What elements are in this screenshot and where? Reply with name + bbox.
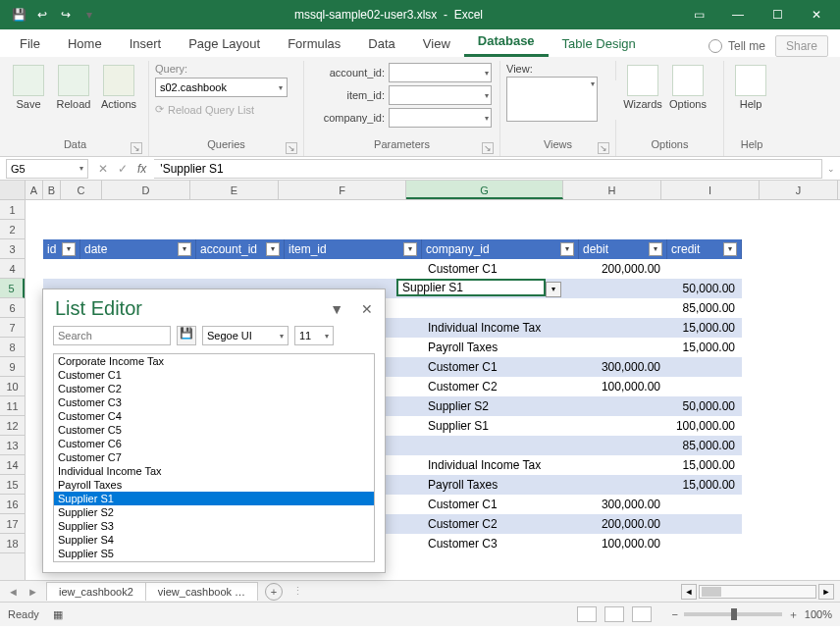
row-header-8[interactable]: 8 [0,338,25,357]
col-header-A[interactable]: A [26,181,43,199]
list-item[interactable]: Supplier S2 [54,505,374,519]
cell[interactable]: 15,000.00 [667,338,742,357]
tab-database[interactable]: Database [464,27,549,57]
reload-button[interactable]: Reload [53,63,94,110]
cell[interactable]: Payroll Taxes [422,475,579,495]
cell[interactable]: 300,000.00 [579,357,667,377]
tab-tabledesign[interactable]: Table Design [549,30,650,57]
table-col-date[interactable]: date▾ [80,239,196,259]
cell[interactable]: 15,000.00 [667,475,742,495]
table-col-credit[interactable]: credit▾ [667,239,742,259]
zoom-in-icon[interactable]: ＋ [788,607,799,622]
list-item[interactable]: Customer C5 [54,423,374,437]
cell[interactable]: Payroll Taxes [422,338,579,357]
cell[interactable] [579,396,667,416]
cell[interactable]: 15,000.00 [667,318,742,338]
tell-me[interactable]: Tell me [709,39,765,53]
cell[interactable] [579,338,667,357]
tab-file[interactable]: File [6,30,54,57]
list-item[interactable]: Supplier S1 [54,492,374,505]
col-header-H[interactable]: H [563,181,661,199]
list-size-combo[interactable]: 11▾ [294,326,334,345]
help-button[interactable]: Help [730,63,771,110]
col-header-B[interactable]: B [43,181,61,199]
filter-icon[interactable]: ▾ [403,242,417,256]
zoom-control[interactable]: − ＋ 100% [671,607,832,622]
cell[interactable] [80,259,196,279]
sheet-tab-1[interactable]: iew_cashbook2 [46,582,146,601]
row-header-2[interactable]: 2 [0,220,25,239]
row-header-11[interactable]: 11 [0,396,25,416]
qat-customize-icon[interactable]: ▾ [80,6,98,24]
cell[interactable]: Individual Income Tax [422,318,579,338]
row-header-13[interactable]: 13 [0,436,25,455]
table-row[interactable]: Customer C1200,000.00 [43,259,742,279]
sheet-nav[interactable]: ◄ ► [0,586,46,598]
wizards-button[interactable]: Wizards [622,63,663,110]
list-item[interactable]: Individual Income Tax [54,464,374,478]
table-col-company_id[interactable]: company_id▾ [422,239,579,259]
cell-dropdown-icon[interactable]: ▾ [546,282,561,297]
col-header-J[interactable]: J [760,181,838,199]
row-header-14[interactable]: 14 [0,455,25,475]
cell[interactable]: Supplier S1 [422,416,579,436]
cell[interactable]: 100,000.00 [667,416,742,436]
cell[interactable] [667,259,742,279]
cell[interactable]: 200,000.00 [579,514,667,534]
macro-record-icon[interactable]: ▦ [53,608,63,621]
param-companyid-combo[interactable]: ▾ [389,108,492,128]
list-editor-menu-icon[interactable]: ▼ [330,301,343,317]
row-header-12[interactable]: 12 [0,416,25,436]
row-header-1[interactable]: 1 [0,200,25,220]
tab-pagelayout[interactable]: Page Layout [175,30,274,57]
cell[interactable] [43,259,80,279]
view-normal-icon[interactable] [577,606,597,622]
list-font-combo[interactable]: Segoe UI▾ [202,326,289,345]
col-header-E[interactable]: E [190,181,279,199]
tab-home[interactable]: Home [54,30,116,57]
cell[interactable] [667,495,742,514]
row-header-16[interactable]: 16 [0,495,25,514]
list-item[interactable]: Customer C3 [54,395,374,409]
filter-icon[interactable]: ▾ [723,242,737,256]
tab-insert[interactable]: Insert [116,30,176,57]
cell[interactable]: Customer C1 [422,259,579,279]
row-header-7[interactable]: 7 [0,318,25,338]
list-item[interactable]: Customer C4 [54,409,374,423]
sheet-tab-2[interactable]: view_cashbook … [145,582,258,601]
table-col-id[interactable]: id▾ [43,239,80,259]
qat-redo-icon[interactable]: ↪ [57,6,75,24]
close-icon[interactable]: ✕ [797,2,836,27]
cell[interactable] [579,416,667,436]
cell[interactable]: Customer C2 [422,514,579,534]
col-header-F[interactable]: F [279,181,406,199]
cell[interactable]: Customer C3 [422,534,579,553]
table-col-account_id[interactable]: account_id▾ [196,239,285,259]
cell[interactable] [579,318,667,338]
cell[interactable] [196,259,285,279]
group-params-dialog[interactable]: ↘ [482,142,494,154]
row-header-15[interactable]: 15 [0,475,25,495]
col-header-C[interactable]: C [61,181,102,199]
list-item[interactable]: Supplier S5 [54,547,374,560]
cell[interactable]: 50,000.00 [667,396,742,416]
cell[interactable] [667,534,742,553]
tab-formulas[interactable]: Formulas [274,30,354,57]
row-header-4[interactable]: 4 [0,259,25,279]
cell[interactable]: 100,000.00 [579,534,667,553]
cell[interactable] [667,357,742,377]
filter-icon[interactable]: ▾ [560,242,574,256]
hscroll-bar[interactable] [699,585,816,599]
select-all-corner[interactable] [0,181,26,199]
minimize-icon[interactable]: ― [718,2,758,27]
ribbon-display-icon[interactable]: ▭ [679,2,718,27]
cell[interactable]: 200,000.00 [579,259,667,279]
list-item[interactable]: Corporate Income Tax [54,354,374,368]
cell[interactable] [422,436,579,455]
save-button[interactable]: Save [8,63,49,110]
col-header-I[interactable]: I [661,181,760,199]
group-views-dialog[interactable]: ↘ [598,142,609,154]
fx-icon[interactable]: fx [137,162,146,176]
cell[interactable] [579,475,667,495]
row-header-18[interactable]: 18 [0,534,25,553]
